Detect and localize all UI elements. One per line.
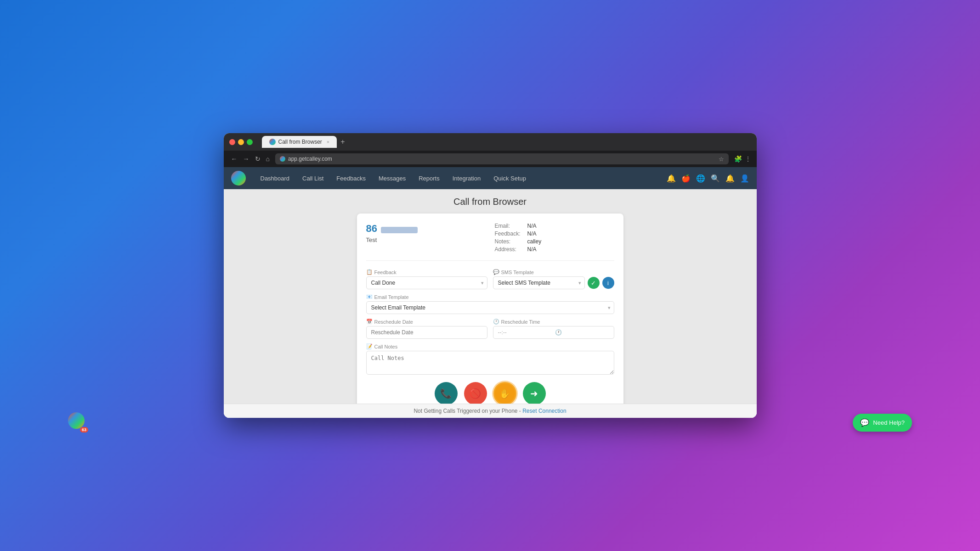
- nav-right-icons: 🔔 🍎 🌐 🔍 🔔 👤: [667, 174, 749, 183]
- calley-logo: [68, 412, 85, 429]
- tab-title: Call from Browser: [278, 139, 322, 145]
- sms-row: Select SMS Template ✓ i: [493, 276, 614, 289]
- nav-items: Dashboard Call List Feedbacks Messages R…: [255, 172, 667, 185]
- feedback-sms-row: 📋 Feedback Call Done No Answer Busy Foll…: [366, 269, 614, 289]
- maximize-button[interactable]: [247, 139, 253, 145]
- reschedule-row: 📅 Reschedule Date 🕐 Reschedule Time --:-…: [366, 319, 614, 339]
- address-input[interactable]: app.getcalley.com ☆: [275, 153, 729, 164]
- time-clock-icon[interactable]: 🕐: [555, 329, 609, 336]
- app-logo[interactable]: [231, 171, 246, 186]
- need-help-button[interactable]: 💬 Need Help?: [853, 414, 912, 432]
- nav-reports[interactable]: Reports: [413, 172, 445, 185]
- notification-icon[interactable]: 🔔: [667, 174, 676, 183]
- contact-email-row: Email: N/A: [495, 223, 614, 229]
- call-icon: 📞: [440, 388, 452, 399]
- back-button[interactable]: ←: [229, 154, 239, 163]
- contact-left: 86 Test: [366, 223, 486, 254]
- notes-value: calley: [527, 238, 542, 245]
- traffic-lights: [229, 139, 253, 145]
- nav-integration[interactable]: Integration: [447, 172, 486, 185]
- nav-buttons: ← → ↻ ⌂: [229, 154, 272, 163]
- call-button[interactable]: 📞: [435, 382, 458, 404]
- address-label: Address:: [495, 246, 525, 253]
- bottom-message: Not Getting Calls Triggered on your Phon…: [414, 408, 522, 414]
- nav-dashboard[interactable]: Dashboard: [255, 172, 295, 185]
- tab-close-icon[interactable]: ×: [327, 139, 329, 145]
- minimize-button[interactable]: [238, 139, 244, 145]
- search-icon[interactable]: 🔍: [711, 174, 720, 183]
- email-select-wrap: Select Email Template: [366, 301, 614, 314]
- badge-count: 63: [80, 427, 88, 433]
- clock-icon: 🕐: [493, 319, 499, 325]
- sms-icon: 💬: [493, 269, 499, 275]
- cancel-button[interactable]: 🚫: [464, 382, 487, 404]
- app-content: Dashboard Call List Feedbacks Messages R…: [224, 167, 757, 418]
- feedback-label: Feedback:: [495, 231, 525, 237]
- sms-select-wrap: Select SMS Template: [493, 276, 585, 289]
- forward-button[interactable]: →: [241, 154, 251, 163]
- refresh-button[interactable]: ↻: [253, 154, 262, 163]
- contact-name: Test: [366, 236, 486, 243]
- cancel-icon: 🚫: [470, 388, 481, 399]
- call-notes-textarea[interactable]: [366, 351, 614, 375]
- main-card: 86 Test Email: N/A Feedback: N/A: [357, 214, 623, 404]
- calley-badge[interactable]: 63: [68, 412, 87, 432]
- hold-button[interactable]: ✋: [493, 382, 516, 404]
- email-template-row: 📧 Email Template Select Email Template: [366, 294, 614, 314]
- apple-icon[interactable]: 🍎: [681, 174, 691, 183]
- time-input-wrap[interactable]: --:-- 🕐: [493, 326, 614, 339]
- call-notes-label-wrap: 📝 Call Notes: [366, 343, 614, 349]
- sms-select[interactable]: Select SMS Template: [493, 276, 585, 289]
- tab-bar: Call from Browser × +: [262, 136, 349, 148]
- reschedule-date-input[interactable]: [366, 326, 487, 339]
- browser-toolbar-icons: 🧩 ⋮: [734, 155, 751, 163]
- new-tab-button[interactable]: +: [337, 138, 348, 146]
- contact-notes-row: Notes: calley: [495, 238, 614, 245]
- hold-icon: ✋: [499, 388, 510, 399]
- globe-icon[interactable]: 🌐: [696, 174, 705, 183]
- feedback-select[interactable]: Call Done No Answer Busy Follow Up Not I…: [366, 276, 487, 289]
- site-favicon: [280, 156, 285, 162]
- reschedule-time-label-wrap: 🕐 Reschedule Time: [493, 319, 614, 325]
- call-notes-row: 📝 Call Notes: [366, 343, 614, 375]
- address-value: N/A: [527, 246, 537, 253]
- address-text: app.getcalley.com: [288, 156, 716, 162]
- address-icons: ☆: [719, 156, 724, 163]
- close-button[interactable]: [229, 139, 235, 145]
- extensions-icon[interactable]: 🧩: [734, 155, 742, 163]
- email-icon: 📧: [366, 294, 373, 300]
- nav-call-list[interactable]: Call List: [297, 172, 329, 185]
- home-button[interactable]: ⌂: [264, 154, 272, 163]
- sms-info-button[interactable]: i: [602, 277, 614, 289]
- notes-label: Notes:: [495, 238, 525, 245]
- bottom-bar: Not Getting Calls Triggered on your Phon…: [224, 404, 757, 418]
- bell-icon[interactable]: 🔔: [725, 174, 735, 183]
- reschedule-date-group: 📅 Reschedule Date: [366, 319, 487, 339]
- email-template-group: 📧 Email Template Select Email Template: [366, 294, 614, 314]
- calley-badge-wrap: 63: [68, 412, 87, 432]
- contact-address-row: Address: N/A: [495, 246, 614, 253]
- email-select[interactable]: Select Email Template: [366, 301, 614, 314]
- reschedule-date-label-wrap: 📅 Reschedule Date: [366, 319, 487, 325]
- feedback-form-label: 📋 Feedback: [366, 269, 487, 275]
- settings-icon[interactable]: ⋮: [745, 155, 751, 163]
- nav-feedbacks[interactable]: Feedbacks: [331, 172, 371, 185]
- sms-template-group: 💬 SMS Template Select SMS Template ✓ i: [493, 269, 614, 289]
- call-notes-group: 📝 Call Notes: [366, 343, 614, 375]
- contact-number-blurred: [381, 227, 418, 233]
- bookmark-icon[interactable]: ☆: [719, 156, 724, 163]
- nav-messages[interactable]: Messages: [373, 172, 411, 185]
- feedback-icon: 📋: [366, 269, 373, 275]
- address-bar: ← → ↻ ⌂ app.getcalley.com ☆ 🧩 ⋮: [224, 151, 757, 167]
- browser-tab[interactable]: Call from Browser ×: [262, 136, 337, 148]
- email-label: Email:: [495, 223, 525, 229]
- contact-right: Email: N/A Feedback: N/A Notes: calley: [495, 223, 614, 254]
- feedback-value: N/A: [527, 231, 537, 237]
- nav-quick-setup[interactable]: Quick Setup: [488, 172, 532, 185]
- next-button[interactable]: ➜: [523, 382, 546, 404]
- reset-connection-link[interactable]: Reset Connection: [522, 408, 566, 414]
- main-content: Call from Browser 86 Test Email:: [224, 189, 757, 404]
- sms-send-button[interactable]: ✓: [588, 277, 600, 289]
- calendar-icon: 📅: [366, 319, 373, 325]
- user-icon[interactable]: 👤: [740, 174, 749, 183]
